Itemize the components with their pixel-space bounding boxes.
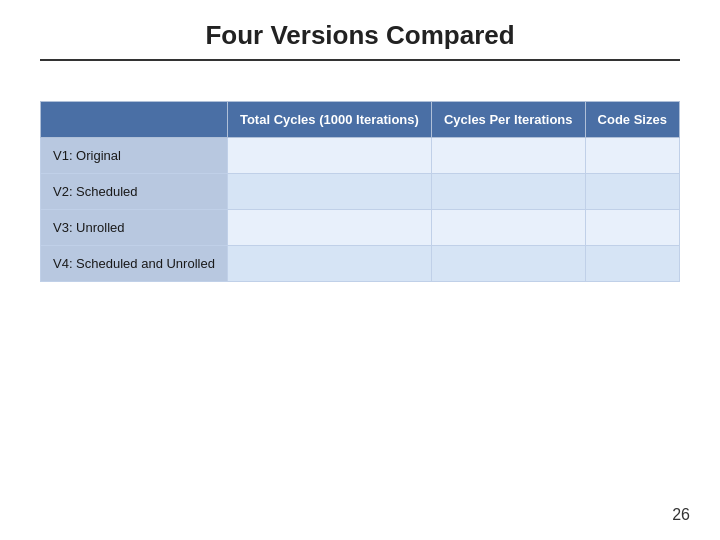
v1-code-sizes	[585, 138, 679, 174]
v4-code-sizes	[585, 246, 679, 282]
v2-label: V2: Scheduled	[41, 174, 228, 210]
v1-label: V1: Original	[41, 138, 228, 174]
page-container: Four Versions Compared Total Cycles (100…	[0, 0, 720, 540]
title-divider	[40, 59, 680, 61]
title-section: Four Versions Compared	[40, 20, 680, 51]
table-row: V2: Scheduled	[41, 174, 680, 210]
v2-total-cycles	[227, 174, 431, 210]
v2-cycles-per-iter	[431, 174, 585, 210]
page-title: Four Versions Compared	[40, 20, 680, 51]
v1-total-cycles	[227, 138, 431, 174]
table-header-row: Total Cycles (1000 Iterations) Cycles Pe…	[41, 102, 680, 138]
v2-code-sizes	[585, 174, 679, 210]
table-wrapper: Total Cycles (1000 Iterations) Cycles Pe…	[40, 101, 680, 282]
v4-cycles-per-iter	[431, 246, 585, 282]
page-number: 26	[672, 506, 690, 524]
table-row: V4: Scheduled and Unrolled	[41, 246, 680, 282]
v4-label: V4: Scheduled and Unrolled	[41, 246, 228, 282]
v3-cycles-per-iter	[431, 210, 585, 246]
header-code-sizes: Code Sizes	[585, 102, 679, 138]
v4-total-cycles	[227, 246, 431, 282]
v1-cycles-per-iter	[431, 138, 585, 174]
header-total-cycles: Total Cycles (1000 Iterations)	[227, 102, 431, 138]
header-version	[41, 102, 228, 138]
v3-code-sizes	[585, 210, 679, 246]
table-row: V3: Unrolled	[41, 210, 680, 246]
table-row: V1: Original	[41, 138, 680, 174]
header-cycles-per-iter: Cycles Per Iterations	[431, 102, 585, 138]
v3-total-cycles	[227, 210, 431, 246]
comparison-table: Total Cycles (1000 Iterations) Cycles Pe…	[40, 101, 680, 282]
v3-label: V3: Unrolled	[41, 210, 228, 246]
